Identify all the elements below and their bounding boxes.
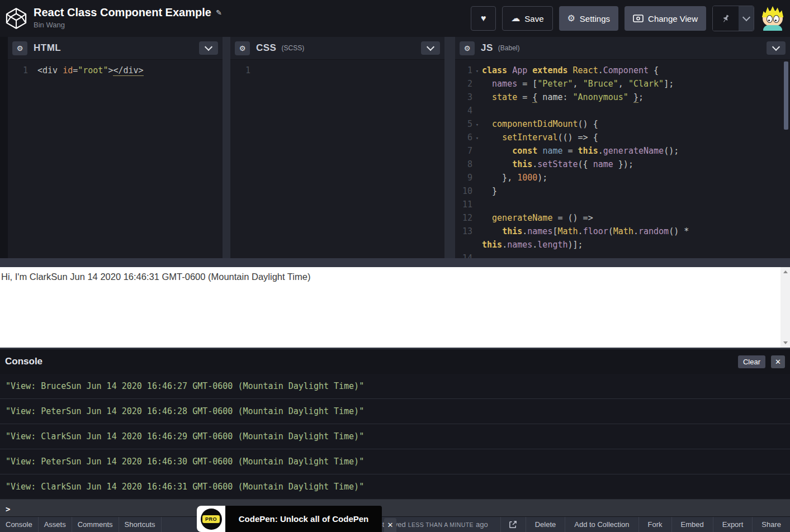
page-title: React Class Component Example [34, 5, 211, 20]
last-saved-suffix: ago [476, 520, 488, 529]
header-actions: ♥ ☁ Save ⚙ Settings Change View [471, 6, 785, 31]
change-view-button-label: Change View [648, 14, 698, 23]
fold-arrow-icon[interactable]: ▾ [472, 117, 482, 131]
html-settings-gear-icon[interactable]: ⚙ [12, 41, 27, 55]
code-line: 11 [455, 198, 790, 211]
js-settings-gear-icon[interactable]: ⚙ [460, 41, 475, 55]
footer-action[interactable]: Share [752, 517, 790, 532]
pro-ad-close-button[interactable]: ✕ [384, 518, 396, 532]
footer-action[interactable]: Embed [671, 517, 713, 532]
js-editor-header: ⚙ JS (Babel) [455, 37, 790, 60]
code-line: 1<div id="root"></div> [8, 64, 223, 77]
pin-dropdown-button[interactable] [739, 6, 754, 31]
pro-ad-badge-box: PRO [197, 506, 225, 532]
close-icon: ✕ [387, 521, 394, 529]
settings-button-label: Settings [580, 14, 610, 23]
code-line: 13 this.names[Math.floor(Math.random() * [455, 225, 790, 238]
pen-title-block: React Class Component Example ✎ Bin Wang [34, 5, 222, 29]
fold-gutter [472, 198, 482, 211]
html-editor-title: HTML [34, 42, 61, 54]
fold-gutter [472, 77, 482, 91]
close-icon: ✕ [775, 358, 781, 366]
code-line: 2 names = ["Peter", "Bruce", "Clark"]; [455, 77, 790, 91]
external-link-icon [509, 520, 517, 529]
console-title: Console [5, 356, 42, 367]
code-line: 10 } [455, 184, 790, 198]
save-button[interactable]: ☁ Save [502, 6, 552, 31]
code-text [482, 104, 790, 117]
line-number: 6 [455, 131, 472, 144]
fold-arrow-icon[interactable]: ▾ [472, 131, 482, 144]
line-number: 4 [455, 104, 472, 117]
user-avatar[interactable] [760, 6, 785, 31]
change-view-button[interactable]: Change View [625, 6, 706, 31]
footer-tab[interactable]: Console [0, 517, 39, 532]
open-live-view-button[interactable] [500, 517, 526, 532]
line-number: 12 [455, 211, 472, 225]
js-editor-title: JS [481, 42, 493, 54]
line-number: 3 [455, 91, 472, 104]
code-text: class App extends React.Component { [482, 64, 790, 77]
line-number: 1 [8, 64, 28, 77]
edit-title-icon[interactable]: ✎ [216, 8, 222, 17]
preview-pane: Hi, I'm ClarkSun Jun 14 2020 16:46:31 GM… [0, 267, 790, 348]
pen-author[interactable]: Bin Wang [34, 21, 222, 29]
code-text: this.names[Math.floor(Math.random() * [482, 225, 790, 238]
fold-arrow-icon[interactable]: ▾ [472, 64, 482, 77]
html-collapse-button[interactable] [199, 41, 218, 55]
html-code-editor[interactable]: 1<div id="root"></div> [8, 60, 223, 262]
fold-gutter [472, 171, 482, 184]
console-clear-button[interactable]: Clear [738, 355, 765, 368]
panel-resizer-html-css[interactable] [223, 37, 230, 258]
footer-tab[interactable]: Shortcuts [119, 517, 162, 532]
footer-action[interactable]: Add to Collection [565, 517, 638, 532]
console-log-entry: "View: BruceSun Jun 14 2020 16:46:27 GMT… [0, 374, 790, 399]
code-line: 3 state = { name: "Anonymous" }; [455, 91, 790, 104]
chevron-down-icon [427, 43, 434, 51]
panel-resizer-css-js[interactable] [444, 37, 455, 258]
line-number: 9 [455, 171, 472, 184]
pin-button[interactable] [713, 6, 739, 31]
settings-button[interactable]: ⚙ Settings [559, 6, 619, 31]
footer-tab[interactable]: Assets [39, 517, 72, 532]
css-collapse-button[interactable] [421, 41, 440, 55]
avatar-shirt [763, 25, 782, 31]
line-number: 2 [455, 77, 472, 91]
pro-badge-icon[interactable]: PRO [201, 509, 222, 530]
avatar-hair [762, 6, 783, 17]
scroll-down-arrow[interactable] [780, 338, 790, 348]
css-settings-gear-icon[interactable]: ⚙ [235, 41, 250, 55]
scroll-up-arrow[interactable] [780, 267, 790, 277]
js-editor-scrollbar[interactable] [784, 61, 788, 130]
console-log-entry: "View: PeterSun Jun 14 2020 16:46:30 GMT… [0, 449, 790, 474]
footer-tab[interactable]: Comments [72, 517, 119, 532]
code-text [482, 198, 790, 211]
code-line: 12 generateName = () => [455, 211, 790, 225]
fold-gutter [472, 225, 482, 238]
pro-ad-link[interactable]: CodePen: Unlock all of CodePen [225, 506, 382, 532]
console-close-button[interactable]: ✕ [771, 355, 785, 368]
horizontal-resizer[interactable] [0, 258, 790, 267]
code-text: this.setState({ name }); [482, 158, 790, 171]
footer-action[interactable]: Delete [526, 517, 565, 532]
css-code-editor[interactable]: 1 [230, 60, 444, 262]
console-log-entry: "View: PeterSun Jun 14 2020 16:46:28 GMT… [0, 399, 790, 424]
js-code-editor[interactable]: 1▾class App extends React.Component {2 n… [455, 60, 790, 262]
codepen-logo[interactable] [4, 7, 28, 30]
js-collapse-button[interactable] [767, 41, 786, 55]
console-header: Console Clear ✕ [0, 348, 790, 374]
line-number: 1 [230, 64, 250, 77]
preview-scrollbar[interactable] [780, 267, 790, 348]
chevron-down-icon [742, 13, 750, 21]
like-button[interactable]: ♥ [471, 6, 496, 31]
footer-action[interactable]: Fork [638, 517, 671, 532]
html-editor-panel: ⚙ HTML 1<div id="root"></div> [8, 37, 223, 258]
line-number: 13 [455, 225, 472, 238]
line-number: 5 [455, 117, 472, 131]
line-number [455, 238, 472, 251]
code-line: 1▾class App extends React.Component { [455, 64, 790, 77]
code-line: 6▾ setInterval(() => { [455, 131, 790, 144]
save-button-label: Save [524, 14, 543, 23]
console-panel: Console Clear ✕ "View: BruceSun Jun 14 2… [0, 348, 790, 532]
footer-action[interactable]: Export [713, 517, 753, 532]
